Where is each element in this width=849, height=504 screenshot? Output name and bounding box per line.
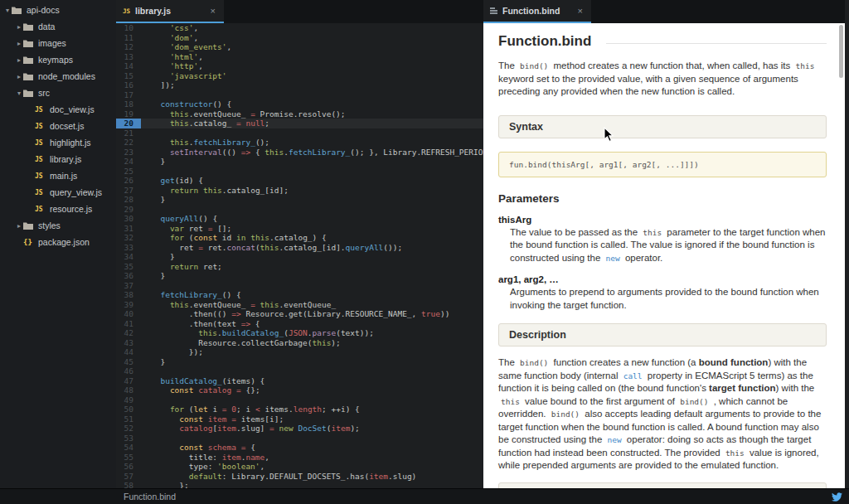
tree-item-query-view-js[interactable]: JSquery_view.js <box>0 184 116 201</box>
code-text: }; <box>141 481 189 488</box>
code-line[interactable]: 24 } <box>116 157 483 167</box>
tree-item-resource-js[interactable]: JSresource.js <box>0 201 116 217</box>
code-text: title: item.name, <box>141 453 269 463</box>
chevron-right-icon[interactable]: ▸ <box>15 40 23 47</box>
code-line[interactable]: 30 queryAll() { <box>116 214 483 224</box>
close-icon[interactable]: × <box>576 6 585 16</box>
tree-item-library-js[interactable]: JSlibrary.js <box>0 151 116 167</box>
tree-item-label: keymaps <box>38 55 73 65</box>
code-line[interactable]: 45 } <box>116 357 483 367</box>
chevron-right-icon[interactable]: ▸ <box>15 23 23 31</box>
code-line[interactable]: 39 this.eventQueue_ = this.eventQueue_ <box>116 300 483 310</box>
docs-scrollbar[interactable] <box>839 25 843 78</box>
code-line[interactable]: 16 ]); <box>116 80 483 90</box>
code-line[interactable]: 19 this.eventQueue_ = Promise.resolve(); <box>116 109 483 119</box>
chevron-down-icon[interactable]: ▾ <box>15 90 23 97</box>
code-line[interactable]: 44 }); <box>116 347 483 357</box>
code-line[interactable]: 52 catalog[item.slug] = new DocSet(item)… <box>116 424 483 434</box>
code-line[interactable]: 43 Resource.collectGarbage(this); <box>116 338 483 348</box>
code-line[interactable]: 13 'html', <box>116 52 483 62</box>
tree-item-api-docs[interactable]: ▾api-docs <box>0 2 116 18</box>
code-line[interactable]: 11 'dom', <box>116 33 483 43</box>
tree-item-docset-js[interactable]: JSdocset.js <box>0 118 116 134</box>
code-line[interactable]: 57 default: Library.DEFAULT_DOCSETS_.has… <box>116 472 483 482</box>
code-line[interactable]: 18 constructor() { <box>116 99 483 109</box>
code-line[interactable]: 14 'http', <box>116 61 483 71</box>
close-icon[interactable]: × <box>209 6 217 16</box>
line-number: 31 <box>116 224 141 234</box>
code-text: } <box>141 157 165 167</box>
tree-item-package-json[interactable]: {}package.json <box>0 234 116 250</box>
doc-link[interactable]: new <box>605 435 624 444</box>
code-line[interactable]: 22 this.fetchLibrary_(); <box>116 138 483 148</box>
code-line[interactable]: 25 <box>116 167 483 177</box>
tree-item-node-modules[interactable]: ▸node_modules <box>0 68 116 85</box>
code-line[interactable]: 37 <box>116 281 483 291</box>
code-line[interactable]: 31 var ret = []; <box>116 224 483 234</box>
code-line[interactable]: 23 setInterval(() => { this.fetchLibrary… <box>116 148 483 158</box>
code-line[interactable]: 42 this.buildCatalog_(JSON.parse(text)); <box>116 328 483 338</box>
code-line[interactable]: 50 for (let i = 0; i < items.length; ++i… <box>116 405 483 414</box>
chevron-right-icon[interactable]: ▸ <box>15 56 23 64</box>
code-line[interactable]: 28 } <box>116 195 483 205</box>
chevron-right-icon[interactable]: ▸ <box>15 222 23 230</box>
tree-item-label: node_modules <box>38 71 95 81</box>
code-line[interactable]: 40 .then(() => Resource.get(Library.RESO… <box>116 309 483 319</box>
code-line[interactable]: 47 buildCatalog_(items) { <box>116 376 483 386</box>
tree-item-main-js[interactable]: JSmain.js <box>0 167 116 184</box>
code-line[interactable]: 56 type: 'boolean', <box>116 462 483 472</box>
code-line[interactable]: 55 title: item.name, <box>116 453 483 463</box>
code-text: catalog[item.slug] = new DocSet(item); <box>141 424 360 434</box>
code-line[interactable]: 58 }; <box>116 481 483 488</box>
docs-pane: Function.bind × Function.bind The bind()… <box>483 0 845 488</box>
code-line[interactable]: 35 return ret; <box>116 262 483 272</box>
twitter-icon[interactable] <box>832 492 842 502</box>
tab-library-js[interactable]: JS library.js × <box>116 0 224 23</box>
code-text: 'dom_events', <box>141 42 231 52</box>
code-line[interactable]: 53 <box>116 434 483 443</box>
code-line[interactable]: 27 return this.catalog_[id]; <box>116 186 483 196</box>
code-line[interactable]: 21 <box>116 128 483 138</box>
line-number: 54 <box>116 443 141 453</box>
tree-item-keymaps[interactable]: ▸keymaps <box>0 51 116 68</box>
code-line[interactable]: 26 get(id) { <box>116 176 483 186</box>
code-line[interactable]: 17 <box>116 90 483 100</box>
code-line[interactable]: 49 <box>116 395 483 405</box>
doc-link[interactable]: new <box>604 254 623 263</box>
code-text: Resource.collectGarbage(this); <box>141 338 341 348</box>
doc-link[interactable]: call <box>621 371 645 380</box>
tree-item-data[interactable]: ▸data <box>0 18 116 35</box>
code-line[interactable]: 29 <box>116 205 483 215</box>
code-line[interactable]: 33 ret = ret.concat(this.catalog_[id].qu… <box>116 243 483 253</box>
tab-function-bind[interactable]: Function.bind × <box>483 0 591 23</box>
code-text: } <box>141 252 175 262</box>
code-line[interactable]: 36 } <box>116 271 483 281</box>
code-line[interactable]: 54 const schema = { <box>116 443 483 453</box>
code-line[interactable]: 46 <box>116 366 483 376</box>
js-file-icon: JS <box>35 139 46 147</box>
tree-item-doc-view-js[interactable]: JSdoc_view.js <box>0 101 116 118</box>
code-line[interactable]: 34 } <box>116 252 483 262</box>
chevron-down-icon[interactable]: ▾ <box>3 7 12 14</box>
tree-item-images[interactable]: ▸images <box>0 35 116 51</box>
tree-item-src[interactable]: ▾src <box>0 85 116 101</box>
code-text <box>141 366 151 376</box>
code-line[interactable]: 15 'javascript' <box>116 71 483 81</box>
doc-description: The bind() function creates a new functi… <box>498 356 827 472</box>
code-line[interactable]: 38 fetchLibrary_() { <box>116 290 483 300</box>
line-number: 58 <box>116 481 141 488</box>
code-line[interactable]: 41 .then(text => { <box>116 319 483 329</box>
tree-item-styles[interactable]: ▸styles <box>0 217 116 234</box>
code-line[interactable]: 51 const item = items[i]; <box>116 414 483 424</box>
chevron-right-icon[interactable]: ▸ <box>15 73 23 80</box>
code-line[interactable]: 12 'dom_events', <box>116 42 483 52</box>
code-line[interactable]: 10 'css', <box>116 23 483 33</box>
line-number: 37 <box>116 281 141 291</box>
code-editor[interactable]: 10 'css',11 'dom',12 'dom_events',13 'ht… <box>116 23 483 488</box>
code-line[interactable]: 32 for (const id in this.catalog_) { <box>116 233 483 243</box>
file-tree[interactable]: ▾api-docs▸data▸images▸keymaps▸node_modul… <box>0 0 116 488</box>
tree-item-highlight-js[interactable]: JShighlight.js <box>0 134 116 151</box>
code-text: constructor() { <box>141 99 231 109</box>
code-line[interactable]: 20 this.catalog_ = null; <box>116 119 483 128</box>
code-line[interactable]: 48 const catalog = {}; <box>116 385 483 395</box>
